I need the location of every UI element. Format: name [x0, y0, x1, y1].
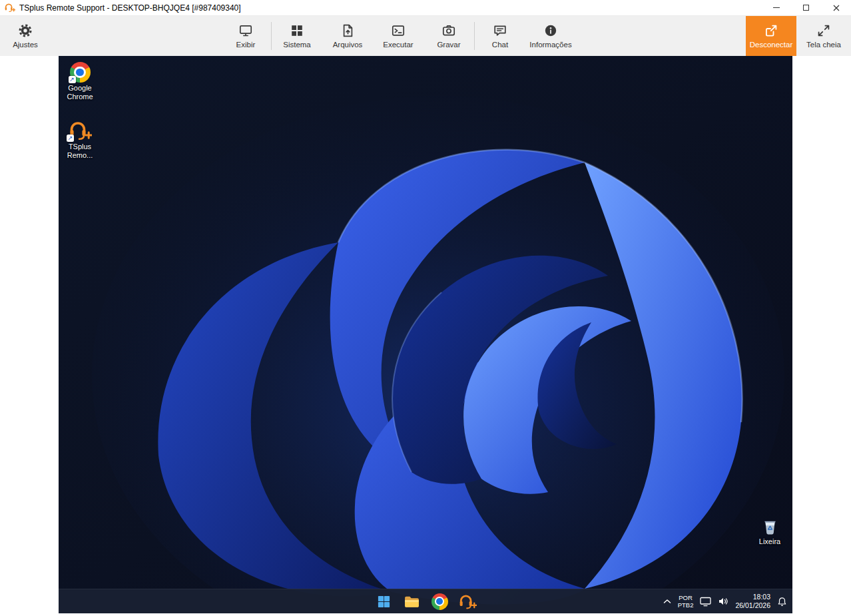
- toolbar-button-label: Arquivos: [333, 41, 363, 49]
- toolbar-button-arquivos[interactable]: Arquivos: [322, 16, 373, 56]
- remote-taskbar: POR PTB2 18:03 26/01: [59, 589, 792, 613]
- run-icon: [391, 23, 406, 38]
- minimize-button[interactable]: [761, 0, 791, 15]
- chevron-up-icon: [663, 599, 671, 604]
- taskbar-center-group: [372, 589, 479, 613]
- maximize-button[interactable]: [791, 0, 821, 15]
- toolbar-button-label: Chat: [492, 41, 508, 49]
- start-button[interactable]: [372, 591, 395, 611]
- toolbar-button-gravar[interactable]: Gravar: [424, 16, 474, 56]
- close-button[interactable]: [821, 0, 851, 15]
- window-controls: [761, 0, 851, 15]
- close-icon: [833, 5, 840, 11]
- file-explorer-button[interactable]: [400, 591, 423, 611]
- maximize-icon: [803, 5, 809, 11]
- window-title: TSplus Remote Support - DESKTOP-BHQJQE4 …: [19, 3, 241, 13]
- toolbar-button-label: Informações: [529, 41, 571, 49]
- info-icon: [543, 23, 558, 38]
- file-transfer-icon: [340, 23, 355, 38]
- toolbar-button-desconectar[interactable]: Desconectar: [746, 16, 796, 56]
- toolbar-button-label: Gravar: [437, 41, 460, 49]
- bell-icon: [777, 597, 787, 607]
- volume-button[interactable]: [718, 597, 728, 606]
- toolbar-button-label: Executar: [383, 41, 413, 49]
- tsplus-remote-support-window: TSplus Remote Support - DESKTOP-BHQJQE4 …: [0, 0, 851, 616]
- toolbar-button-label: Exibir: [236, 41, 256, 49]
- start-icon: [377, 595, 391, 609]
- file-explorer-icon: [404, 593, 420, 610]
- fullscreen-icon: [816, 23, 831, 38]
- desktop-icon-lixeira[interactable]: Lixeira: [748, 513, 792, 546]
- clock-date: 26/01/2026: [735, 601, 770, 610]
- display-tray-icon: [700, 597, 711, 607]
- system-tray: POR PTB2 18:03 26/01: [663, 589, 787, 613]
- toolbar-button-sistema[interactable]: Sistema: [272, 16, 322, 56]
- toolbar-button-ajustes[interactable]: Ajustes: [0, 16, 51, 56]
- session-toolbar: Ajustes Exibir Sistema: [0, 16, 851, 56]
- clock[interactable]: 18:03 26/01/2026: [735, 593, 770, 610]
- chrome-taskbar-button[interactable]: [428, 591, 451, 611]
- language-line2: PTB2: [678, 601, 694, 609]
- tray-overflow-button[interactable]: [663, 599, 671, 604]
- gear-icon: [18, 23, 33, 38]
- toolbar-button-label: Ajustes: [13, 41, 38, 49]
- wallpaper: [59, 56, 792, 613]
- clock-time: 18:03: [753, 593, 770, 601]
- toolbar-button-chat[interactable]: Chat: [475, 16, 525, 56]
- desktop-icon-label: Google Chrome: [59, 84, 102, 101]
- language-indicator[interactable]: POR PTB2: [678, 594, 694, 609]
- notification-button[interactable]: [777, 597, 787, 607]
- camera-icon: [441, 23, 456, 38]
- grid-icon: [290, 23, 304, 38]
- desktop-icon-google-chrome[interactable]: Google Chrome: [59, 60, 102, 101]
- toolbar-button-label: Desconectar: [750, 41, 793, 49]
- recycle-bin-icon: [760, 515, 780, 536]
- remote-desktop-view[interactable]: Google Chrome TSplus Remo... Lixeira: [59, 56, 792, 613]
- speaker-icon: [718, 597, 728, 606]
- shortcut-arrow-icon: [69, 76, 76, 83]
- display-icon: [238, 23, 253, 38]
- desktop-icon-tsplus-remote[interactable]: TSplus Remo...: [59, 119, 102, 160]
- language-line1: POR: [679, 594, 693, 601]
- toolbar-button-executar[interactable]: Executar: [373, 16, 424, 56]
- toolbar-button-tela-cheia[interactable]: Tela cheia: [796, 16, 851, 56]
- desktop-icon-label: Lixeira: [759, 537, 780, 546]
- tsplus-headset-icon: [4, 3, 15, 13]
- tsplus-taskbar-button[interactable]: [456, 591, 479, 611]
- tsplus-headset-icon: [458, 593, 477, 610]
- chrome-icon: [431, 593, 448, 610]
- desktop-icon-label: TSplus Remo...: [59, 143, 102, 160]
- minimize-icon: [773, 7, 780, 8]
- chat-icon: [493, 23, 507, 38]
- toolbar-button-label: Tela cheia: [806, 41, 841, 49]
- disconnect-icon: [764, 23, 778, 38]
- shortcut-arrow-icon: [67, 135, 74, 142]
- toolbar-button-informacoes[interactable]: Informações: [525, 16, 576, 56]
- toolbar-button-label: Sistema: [283, 41, 311, 49]
- toolbar-button-exibir[interactable]: Exibir: [220, 16, 271, 56]
- window-titlebar: TSplus Remote Support - DESKTOP-BHQJQE4 …: [0, 0, 851, 16]
- tray-display-button[interactable]: [700, 597, 711, 607]
